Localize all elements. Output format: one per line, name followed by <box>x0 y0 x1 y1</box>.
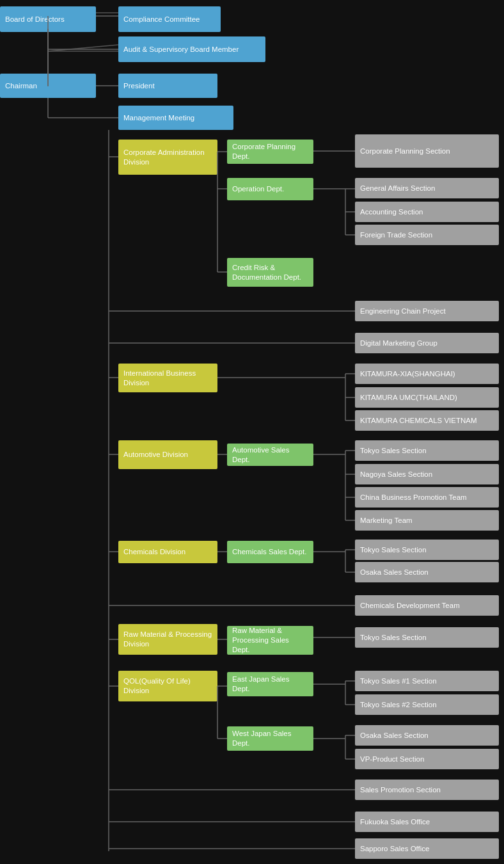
west-japan-sales-dept: West Japan Sales Dept. <box>227 726 313 751</box>
nagoya-sales-section: Nagoya Sales Section <box>355 464 499 484</box>
fukuoka-sales-office: Fukuoka Sales Office <box>355 812 499 832</box>
corp-planning-section: Corporate Planning Section <box>355 134 499 168</box>
board-of-directors: Board of Directors <box>0 6 96 32</box>
vp-product-section: VP-Product Section <box>355 749 499 769</box>
kitamura-chemicals-vietnam: KITAMURA CHEMICALS VIETNAM <box>355 410 499 431</box>
management-meeting: Management Meeting <box>118 106 233 130</box>
raw-material-sales-dept: Raw Material & Processing Sales Dept. <box>227 626 313 655</box>
kitamura-umc: KITAMURA UMC(THAILAND) <box>355 387 499 408</box>
tokyo-sales-1: Tokyo Sales #1 Section <box>355 671 499 691</box>
automotive-division: Automotive Division <box>118 440 217 469</box>
engineering-chain-project: Engineering Chain Project <box>355 301 499 321</box>
tokyo-sales-chem: Tokyo Sales Section <box>355 540 499 560</box>
chairman: Chairman <box>0 74 96 98</box>
corp-admin-division: Corporate Administration Division <box>118 140 217 175</box>
operation-dept: Operation Dept. <box>227 178 313 200</box>
automotive-sales-dept: Automotive Sales Dept. <box>227 444 313 466</box>
digital-marketing-group: Digital Marketing Group <box>355 333 499 353</box>
raw-material-division: Raw Material & Processing Division <box>118 624 217 655</box>
corp-planning-dept: Corporate Planning Dept. <box>227 140 313 164</box>
president: President <box>118 74 217 98</box>
kitamura-xia: KITAMURA-XIA(SHANGHAI) <box>355 364 499 384</box>
qol-division: QOL(Quality Of Life) Division <box>118 671 217 701</box>
marketing-team: Marketing Team <box>355 510 499 531</box>
osaka-sales-chem: Osaka Sales Section <box>355 562 499 582</box>
general-affairs-section: General Affairs Section <box>355 178 499 198</box>
tokyo-sales-auto: Tokyo Sales Section <box>355 440 499 461</box>
audit-supervisory: Audit & Supervisory Board Member <box>118 36 265 62</box>
compliance-committee: Compliance Committee <box>118 6 221 32</box>
intl-business-division: International Business Division <box>118 364 217 392</box>
accounting-section: Accounting Section <box>355 202 499 222</box>
sapporo-sales-office: Sapporo Sales Office <box>355 838 499 859</box>
tokyo-sales-2: Tokyo Sales #2 Section <box>355 694 499 715</box>
china-business-team: China Business Promotion Team <box>355 487 499 508</box>
chemicals-sales-dept: Chemicals Sales Dept. <box>227 541 313 563</box>
foreign-trade-section: Foreign Trade Section <box>355 225 499 245</box>
east-japan-sales-dept: East Japan Sales Dept. <box>227 672 313 696</box>
credit-risk-dept: Credit Risk & Documentation Dept. <box>227 258 313 287</box>
chemicals-dev-team: Chemicals Development Team <box>355 595 499 616</box>
svg-line-2 <box>48 45 118 51</box>
chemicals-division: Chemicals Division <box>118 541 217 563</box>
tokyo-sales-raw: Tokyo Sales Section <box>355 627 499 648</box>
osaka-sales-qol: Osaka Sales Section <box>355 725 499 746</box>
sales-promotion-section: Sales Promotion Section <box>355 780 499 800</box>
